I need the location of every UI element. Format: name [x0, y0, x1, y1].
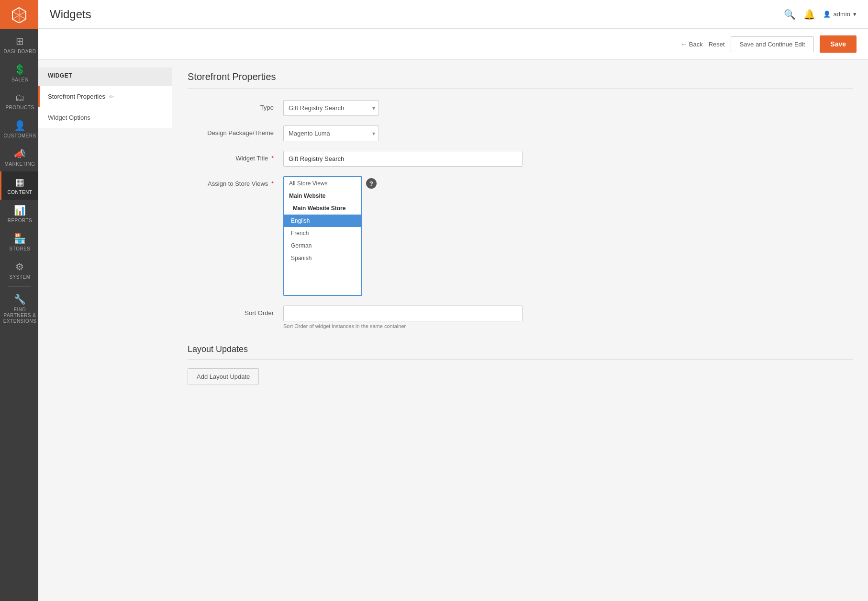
sidebar-item-reports[interactable]: 📊 REPORTS: [0, 200, 38, 228]
sidebar-item-label: SALES: [11, 77, 28, 82]
sidebar: ⊞ DASHBOARD 💲 SALES 🗂 PRODUCTS 👤 CUSTOME…: [0, 0, 38, 601]
type-control: Gift Registry Search ▾: [283, 100, 523, 116]
storefront-properties-label: Storefront Properties: [48, 93, 105, 100]
widget-title-label-text: Widget Title: [235, 155, 268, 162]
admin-menu[interactable]: 👤 admin ▾: [823, 11, 857, 18]
store-views-required-indicator: *: [271, 180, 274, 187]
reports-icon: 📊: [14, 204, 26, 216]
store-view-all-option[interactable]: All Store Views: [284, 177, 361, 190]
store-view-spanish[interactable]: Spanish: [284, 252, 361, 264]
marketing-icon: 📣: [14, 148, 26, 159]
sidebar-item-label: MARKETING: [5, 161, 35, 167]
store-views-list[interactable]: All Store Views Main Website Main Websit…: [283, 176, 362, 296]
back-arrow-icon: ←: [681, 41, 687, 48]
sidebar-item-label: SYSTEM: [9, 274, 30, 280]
sidebar-item-system[interactable]: ⚙ SYSTEM: [0, 256, 38, 284]
sidebar-item-customers[interactable]: 👤 CUSTOMERS: [0, 115, 38, 143]
sort-order-input[interactable]: [283, 306, 523, 321]
form-area: Storefront Properties Type Gift Registry…: [172, 60, 868, 601]
sort-order-hint: Sort Order of widget instances in the sa…: [283, 323, 523, 329]
store-view-german[interactable]: German: [284, 239, 361, 252]
action-bar: ← Back Reset Save and Continue Edit Save: [38, 29, 868, 60]
design-select-wrapper: Magento Luma ▾: [283, 125, 379, 141]
save-continue-label: Save and Continue Edit: [740, 41, 805, 48]
layout-updates-section: Layout Updates Add Layout Update: [188, 344, 853, 385]
widget-title-field-group: Widget Title *: [188, 151, 853, 167]
admin-label: admin: [834, 11, 850, 18]
type-field-group: Type Gift Registry Search ▾: [188, 100, 853, 116]
sidebar-item-stores[interactable]: 🏪 STORES: [0, 228, 38, 256]
layout-updates-title: Layout Updates: [188, 344, 853, 360]
user-icon: 👤: [823, 11, 831, 18]
sidebar-divider: [8, 286, 31, 287]
type-label: Type: [188, 100, 283, 111]
store-views-container: All Store Views Main Website Main Websit…: [283, 176, 523, 296]
back-button[interactable]: ← Back: [681, 41, 703, 48]
sidebar-item-label: STORES: [10, 246, 31, 251]
notifications-button[interactable]: 🔔: [803, 9, 815, 20]
partners-icon: 🔧: [14, 294, 26, 305]
logo[interactable]: [0, 0, 38, 29]
header-actions: 🔍 🔔 👤 admin ▾: [784, 9, 857, 20]
save-button[interactable]: Save: [820, 35, 857, 53]
reset-label: Reset: [709, 41, 725, 48]
chevron-down-icon: ▾: [853, 11, 857, 18]
sidebar-item-dashboard[interactable]: ⊞ DASHBOARD: [0, 31, 38, 59]
required-indicator: *: [271, 155, 274, 162]
design-label: Design Package/Theme: [188, 125, 283, 136]
main-area: Widgets 🔍 🔔 👤 admin ▾ ← Back Reset Save …: [38, 0, 868, 601]
sidebar-item-label: DASHBOARD: [4, 49, 36, 54]
sales-icon: 💲: [14, 64, 26, 75]
sort-order-field-group: Sort Order Sort Order of widget instance…: [188, 306, 853, 329]
sidebar-item-sales[interactable]: 💲 SALES: [0, 59, 38, 87]
customers-icon: 👤: [14, 120, 26, 131]
section-title: Storefront Properties: [188, 71, 853, 89]
save-label: Save: [830, 40, 846, 48]
store-views-control: All Store Views Main Website Main Websit…: [283, 176, 523, 296]
store-views-help-icon[interactable]: ?: [366, 178, 377, 189]
store-view-main-website[interactable]: Main Website: [284, 190, 361, 202]
widget-nav-item-storefront[interactable]: Storefront Properties ✏: [38, 86, 172, 107]
system-icon: ⚙: [15, 261, 24, 272]
content-icon: ▦: [15, 176, 25, 188]
widget-nav-title: WIDGET: [38, 68, 172, 86]
add-layout-update-label: Add Layout Update: [197, 373, 250, 380]
store-views-field-group: Assign to Store Views * All Store Views …: [188, 176, 853, 296]
sidebar-item-marketing[interactable]: 📣 MARKETING: [0, 143, 38, 171]
type-select[interactable]: Gift Registry Search: [283, 100, 379, 116]
store-view-french[interactable]: French: [284, 227, 361, 239]
widget-title-label: Widget Title *: [188, 151, 283, 162]
store-view-main-website-store[interactable]: Main Website Store: [284, 202, 361, 215]
search-button[interactable]: 🔍: [784, 9, 796, 20]
widget-title-input[interactable]: [283, 151, 523, 167]
top-header: Widgets 🔍 🔔 👤 admin ▾: [38, 0, 868, 29]
reset-button[interactable]: Reset: [709, 41, 725, 48]
design-select[interactable]: Magento Luma: [283, 125, 379, 141]
design-control: Magento Luma ▾: [283, 125, 523, 141]
add-layout-update-button[interactable]: Add Layout Update: [188, 368, 259, 385]
sidebar-item-label: CUSTOMERS: [3, 133, 36, 138]
type-select-wrapper: Gift Registry Search ▾: [283, 100, 379, 116]
content-area: WIDGET Storefront Properties ✏ Widget Op…: [38, 60, 868, 601]
sidebar-item-label: PRODUCTS: [5, 105, 34, 110]
sidebar-item-products[interactable]: 🗂 PRODUCTS: [0, 87, 38, 115]
sidebar-item-label: CONTENT: [8, 190, 33, 195]
sidebar-item-label: FIND PARTNERS & EXTENSIONS: [3, 307, 36, 324]
widget-options-label: Widget Options: [48, 114, 90, 121]
sort-order-label: Sort Order: [188, 306, 283, 317]
widget-title-control: [283, 151, 523, 167]
store-view-english[interactable]: English: [284, 215, 361, 227]
save-continue-button[interactable]: Save and Continue Edit: [731, 36, 814, 52]
edit-icon: ✏: [109, 93, 114, 100]
store-views-label-text: Assign to Store Views: [208, 180, 268, 187]
widget-nav-item-options[interactable]: Widget Options: [38, 107, 172, 128]
sidebar-item-content[interactable]: ▦ CONTENT: [0, 171, 38, 200]
back-label: Back: [689, 41, 703, 48]
products-icon: 🗂: [15, 92, 25, 103]
sort-order-control: Sort Order of widget instances in the sa…: [283, 306, 523, 329]
stores-icon: 🏪: [14, 233, 26, 244]
sidebar-item-partners[interactable]: 🔧 FIND PARTNERS & EXTENSIONS: [0, 289, 38, 329]
dashboard-icon: ⊞: [16, 35, 24, 47]
design-field-group: Design Package/Theme Magento Luma ▾: [188, 125, 853, 141]
store-views-label: Assign to Store Views *: [188, 176, 283, 187]
